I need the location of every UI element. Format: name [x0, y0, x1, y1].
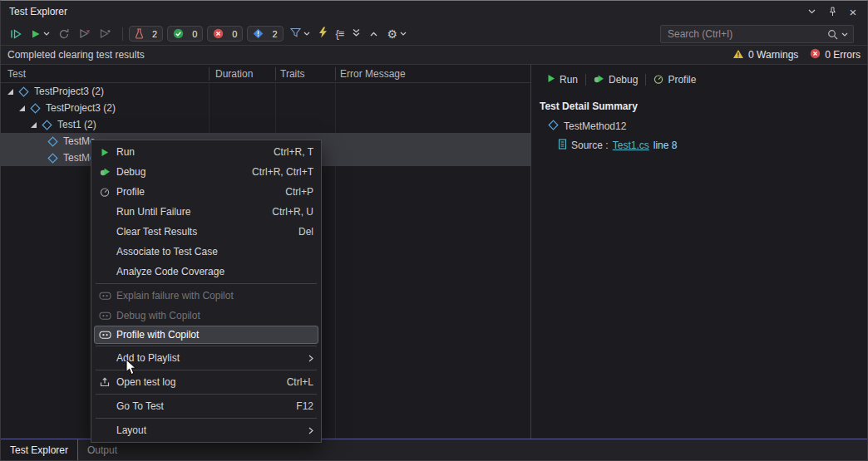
test-detail-pane: Run Debug Profile Test Detail Summary [531, 65, 867, 439]
debug-icon [96, 167, 113, 177]
column-divider[interactable] [335, 67, 336, 81]
menu-item-associate-to-test-case[interactable]: Associate to Test Case [91, 242, 321, 262]
expander-icon[interactable] [31, 122, 37, 128]
column-header-test[interactable]: Test [7, 65, 26, 83]
menu-item-open-test-log[interactable]: Open test log Ctrl+L [91, 372, 321, 392]
context-menu: Run Ctrl+R, T Debug Ctrl+R, Ctrl+T Profi… [91, 140, 322, 443]
flask-icon [135, 28, 144, 39]
menu-separator [96, 418, 317, 419]
collapse-all-button[interactable] [367, 25, 381, 43]
tree-item-label: Test1 (2) [57, 119, 96, 130]
menu-item-clear-test-results[interactable]: Clear Test Results Del [91, 222, 321, 242]
test-diamond-icon [30, 103, 41, 114]
source-file-link[interactable]: Test1.cs [613, 140, 649, 151]
expand-all-button[interactable] [349, 25, 363, 43]
detail-profile-button[interactable]: Profile [646, 71, 703, 89]
menu-item-profile-with-copilot[interactable]: Profile with Copilot [94, 326, 318, 344]
toolbar-separator [122, 27, 123, 41]
funnel-icon [290, 27, 301, 40]
repeat-last-run-button[interactable] [56, 25, 72, 43]
pin-icon[interactable] [823, 3, 841, 20]
badge-failed-tests[interactable]: 0 [207, 26, 243, 42]
tree-row[interactable]: Test1 (2) [1, 116, 530, 133]
detail-debug-button[interactable]: Debug [586, 71, 645, 89]
tab-label: Test Explorer [10, 444, 68, 456]
source-line-ref: line 8 [653, 140, 678, 151]
titlebar-icons: × [802, 3, 862, 20]
run-after-build-button[interactable] [316, 25, 330, 43]
menu-item-layout[interactable]: Layout [91, 420, 321, 440]
tree-row[interactable]: TestProject3 (2) [1, 100, 530, 116]
badge-total-tests[interactable]: 2 [129, 26, 163, 42]
search-box [660, 25, 854, 43]
menu-item-debug-with-copilot[interactable]: Debug with Copilot [91, 306, 321, 326]
run-not-run-tests-button[interactable] [96, 25, 113, 43]
playlist-filter-button[interactable] [288, 25, 313, 43]
test-explorer-window: Test Explorer × [0, 0, 868, 461]
double-chevron-down-icon [352, 28, 361, 40]
detail-source-row: Source : Test1.cs line 8 [558, 139, 867, 152]
diagnostics: 0 Warnings 0 Errors [726, 48, 861, 61]
playlist-chevron-icon[interactable] [303, 32, 310, 36]
run-icon [547, 74, 555, 86]
window-title: Test Explorer [9, 6, 67, 17]
column-header-duration[interactable]: Duration [215, 65, 253, 83]
badge-passed-tests[interactable]: 0 [167, 26, 203, 42]
tab-label: Output [87, 444, 117, 456]
settings-chevron-icon[interactable] [400, 32, 407, 36]
titlebar: Test Explorer × [1, 1, 867, 22]
settings-button[interactable]: ⚙ [384, 25, 409, 43]
search-chevron-icon[interactable] [841, 32, 848, 37]
window-menu-chevron-icon[interactable] [802, 3, 821, 20]
menu-separator [96, 346, 317, 346]
failed-tests-count: 0 [232, 29, 237, 39]
badge-not-run-tests[interactable]: 2 [247, 26, 283, 42]
menu-item-add-to-playlist[interactable]: Add to Playlist [91, 348, 321, 368]
menu-item-run[interactable]: Run Ctrl+R, T [91, 142, 321, 162]
run-all-tests-in-view-button[interactable] [7, 25, 25, 43]
chevron-up-icon [369, 28, 378, 40]
tab-test-explorer[interactable]: Test Explorer [1, 439, 78, 460]
detail-debug-label: Debug [609, 74, 638, 86]
error-icon [810, 48, 821, 61]
column-divider[interactable] [209, 67, 210, 81]
profile-icon [96, 187, 113, 197]
menu-item-profile[interactable]: Profile Ctrl+P [91, 182, 321, 202]
tree-row[interactable]: TestProject3 (2) [1, 83, 530, 100]
search-input[interactable] [666, 27, 824, 41]
lightning-icon [318, 27, 328, 41]
menu-item-explain-failure-with-copilot[interactable]: Explain failure with Copilot [91, 286, 321, 306]
detail-test-row[interactable]: TestMethod12 [548, 120, 867, 133]
test-diamond-icon [47, 136, 58, 147]
copilot-icon [96, 330, 113, 340]
menu-item-go-to-test[interactable]: Go To Test F12 [91, 396, 321, 416]
column-header-traits[interactable]: Traits [280, 65, 305, 83]
close-icon[interactable]: × [844, 3, 862, 20]
menu-item-run-until-failure[interactable]: Run Until Failure Ctrl+R, U [91, 202, 321, 222]
errors-group[interactable]: 0 Errors [810, 48, 861, 61]
status-bar: Completed clearing test results 0 Warnin… [1, 46, 867, 65]
run-failed-tests-button[interactable] [76, 25, 93, 43]
run-dropdown-chevron-icon[interactable] [43, 32, 50, 36]
column-header-error-message[interactable]: Error Message [340, 65, 406, 83]
run-icon [96, 148, 113, 157]
failed-icon [213, 28, 224, 39]
column-divider[interactable] [275, 67, 276, 81]
submenu-chevron-icon [308, 355, 313, 362]
passed-tests-count: 0 [192, 29, 197, 39]
menu-item-analyze-code-coverage[interactable]: Analyze Code Coverage [91, 262, 321, 282]
not-run-icon [253, 28, 264, 39]
detail-profile-label: Profile [668, 74, 696, 86]
test-diamond-icon [47, 153, 58, 164]
detail-toolbar: Run Debug Profile [540, 70, 867, 90]
tree-item-label: TestProject3 (2) [46, 102, 116, 114]
expander-icon[interactable] [19, 105, 25, 111]
run-button[interactable] [28, 25, 52, 43]
group-by-button[interactable]: {≡ [333, 25, 347, 43]
expander-icon[interactable] [7, 89, 13, 95]
warnings-group[interactable]: 0 Warnings [732, 49, 798, 61]
detail-run-button[interactable]: Run [540, 71, 585, 89]
menu-item-debug[interactable]: Debug Ctrl+R, Ctrl+T [91, 162, 321, 182]
status-message: Completed clearing test results [7, 49, 145, 61]
search-icon[interactable] [827, 29, 838, 40]
